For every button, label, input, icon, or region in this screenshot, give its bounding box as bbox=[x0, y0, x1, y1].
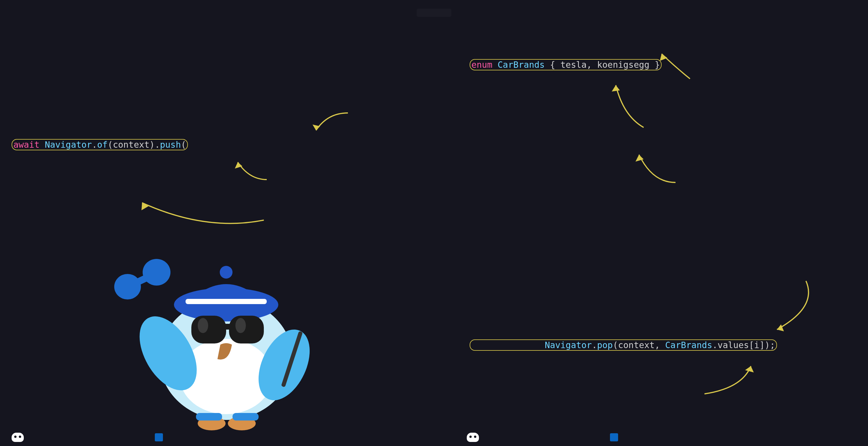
svg-point-22 bbox=[236, 318, 246, 333]
svg-point-8 bbox=[114, 274, 141, 300]
highlight-enum: enum CarBrands { tesla, koenigsegg } bbox=[470, 59, 661, 70]
svg-rect-16 bbox=[186, 299, 267, 304]
svg-point-17 bbox=[220, 266, 232, 279]
tip-card: await Navigator.of(context).push( enum C… bbox=[0, 0, 868, 446]
highlight-await-push: await Navigator.of(context).push( bbox=[11, 139, 188, 150]
code-enum: enum CarBrands { tesla, koenigsegg } bbox=[470, 46, 855, 224]
title-banner bbox=[416, 9, 452, 17]
svg-rect-26 bbox=[232, 413, 258, 420]
linkedin-link[interactable] bbox=[155, 433, 165, 441]
svg-point-21 bbox=[198, 318, 208, 333]
svg-rect-19 bbox=[229, 316, 264, 343]
highlight-navigator-pop: Navigator.pop(context, CarBrands.values[… bbox=[470, 339, 777, 351]
dash-mascot-illustration bbox=[104, 255, 336, 440]
github-icon bbox=[11, 433, 24, 442]
linkedin-icon bbox=[610, 433, 618, 441]
footer-right bbox=[467, 433, 620, 442]
linkedin-link[interactable] bbox=[610, 433, 620, 441]
github-icon bbox=[467, 433, 479, 442]
linkedin-icon bbox=[155, 433, 163, 441]
svg-rect-20 bbox=[225, 324, 231, 330]
svg-rect-18 bbox=[191, 316, 226, 343]
code-secondview: Navigator.pop(context, CarBrands.values[… bbox=[470, 211, 855, 446]
svg-rect-25 bbox=[196, 413, 222, 420]
footer-left bbox=[11, 433, 165, 442]
